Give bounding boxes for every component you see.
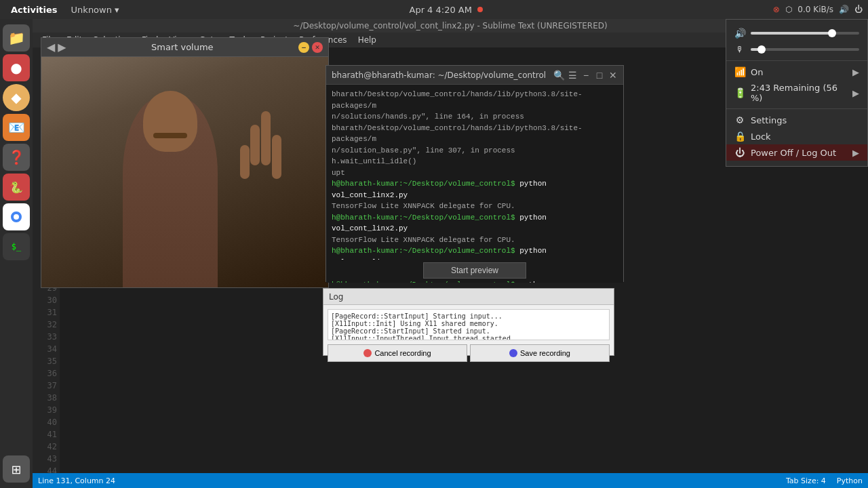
window-nav-buttons: ◀ ▶ (47, 41, 66, 54)
code-line (65, 380, 863, 392)
battery-icon: 🔋 (734, 87, 745, 98)
topbar-center: Apr 4 4:20 AM (409, 5, 482, 15)
sidebar-icon-app4[interactable]: 📧 (3, 114, 30, 141)
terminal-titlebar: bharath@bharath-kumar: ~/Desktop/volume_… (326, 66, 623, 85)
cancel-recording-button[interactable]: Cancel recording (328, 344, 467, 362)
sidebar-icon-grid[interactable]: ⊞ (3, 455, 30, 483)
svg-rect-5 (272, 135, 281, 179)
sidebar-icon-files[interactable]: 📁 (3, 24, 30, 52)
terminal-window: bharath@bharath-kumar: ~/Desktop/volume_… (326, 65, 624, 282)
menu-help[interactable]: Help (354, 34, 380, 46)
topbar-date: Apr 4 4:20 AM (409, 5, 471, 15)
cancel-icon (363, 349, 372, 357)
sidebar-icon-app3[interactable]: ◆ (3, 84, 30, 111)
battery-arrow: ▶ (852, 88, 859, 98)
on-icon: 📶 (734, 66, 745, 77)
start-preview-button[interactable]: Start preview (423, 262, 526, 279)
terminal-minimize-button[interactable]: − (581, 70, 591, 80)
svg-rect-4 (240, 145, 250, 179)
popup-settings-row[interactable]: ⚙ Settings (726, 112, 867, 128)
topbar-right: ⊗ ⬡ 0.0 KiB/s 🔊 ⏻ (773, 5, 868, 14)
smart-volume-window: ◀ ▶ Smart volume − ✕ FPS: 15 (41, 37, 329, 288)
power-icon[interactable]: ⏻ (854, 5, 863, 14)
status-line-col: Line 131, Column 24 (38, 476, 115, 485)
start-preview-bar: Start preview (326, 260, 623, 281)
volume-fill (751, 32, 832, 35)
settings-icon: ⚙ (734, 115, 745, 125)
log-line-1: [PageRecord::StartInput] Starting input.… (331, 312, 606, 320)
mic-slider[interactable] (751, 48, 859, 51)
window-controls: − ✕ (298, 42, 323, 53)
notification-dot (477, 7, 483, 12)
code-line (65, 416, 863, 428)
mic-slider-row: 🎙 (726, 41, 867, 58)
popup-divider-2 (726, 108, 867, 109)
popup-battery-row[interactable]: 🔋 2:43 Remaining (56 %) ▶ (726, 80, 867, 106)
webcam-bg (41, 57, 328, 287)
log-line-2: [X11Input::Init] Using X11 shared memory… (331, 320, 606, 327)
term-line: h@bharath-kumar:~/Desktop/volume_control… (332, 212, 618, 235)
volume-icon[interactable]: 🔊 (839, 5, 849, 14)
popup-on-row[interactable]: 📶 On ▶ (726, 64, 867, 80)
sidebar-icon-app2[interactable]: ● (3, 54, 30, 81)
save-recording-button[interactable]: Save recording (470, 344, 610, 362)
terminal-title: bharath@bharath-kumar: ~/Desktop/volume_… (332, 70, 546, 80)
sidebar-icon-help[interactable]: ❓ (3, 144, 30, 171)
lock-label: Lock (751, 131, 771, 142)
record-header: Log (323, 289, 614, 305)
terminal-maximize-button[interactable]: □ (595, 70, 604, 80)
code-line (65, 404, 863, 416)
mic-icon: 🎙 (734, 44, 745, 55)
term-line: n/solution_base.py", line 307, in proces… (332, 145, 618, 157)
code-line (65, 428, 863, 441)
popup-divider-1 (726, 60, 867, 61)
terminal-content[interactable]: bharath/Desktop/volume_control/hands/lib… (326, 85, 623, 283)
status-language: Python (837, 476, 863, 485)
on-label: On (751, 67, 763, 77)
term-line: TensorFlow Lite XNNPACK delegate for CPU… (332, 201, 618, 212)
close-button[interactable]: ✕ (312, 42, 323, 53)
term-line: h@bharath-kumar:~/Desktop/volume_control… (332, 178, 618, 201)
sidebar-icon-python[interactable]: 🐍 (3, 174, 30, 201)
terminal-close-button[interactable]: ✕ (608, 70, 618, 80)
prev-button[interactable]: ◀ (47, 41, 55, 54)
sidebar-icon-terminal[interactable]: $_ (3, 233, 30, 260)
unknown-dropdown[interactable]: Unknown ▾ (71, 5, 119, 15)
terminal-menu-button[interactable]: ☰ (568, 70, 577, 80)
status-bar: Line 131, Column 24 Tab Size: 4 Python (33, 473, 868, 488)
sidebar-icon-chrome[interactable] (3, 203, 30, 230)
code-line (65, 441, 863, 453)
volume-slider[interactable] (751, 32, 859, 35)
network-speed: 0.0 KiB/s (797, 5, 833, 14)
terminal-controls: 🔍 ☰ − □ ✕ (554, 70, 618, 80)
popup-power-row[interactable]: ⏻ Power Off / Log Out ▶ (726, 144, 867, 161)
desktop: Activities Unknown ▾ Apr 4 4:20 AM ⊗ ⬡ 0… (0, 0, 868, 488)
sidebar: 📁 ● ◆ 📧 ❓ 🐍 $_ ⊞ (0, 19, 33, 488)
topbar-left: Activities Unknown ▾ (0, 5, 119, 15)
code-line (65, 392, 863, 404)
terminal-search-button[interactable]: 🔍 (554, 70, 564, 80)
minimize-button[interactable]: − (298, 42, 309, 53)
next-button[interactable]: ▶ (58, 41, 66, 54)
code-line (65, 367, 863, 380)
error-icon: ⊗ (773, 5, 780, 14)
settings-label: Settings (751, 115, 787, 125)
status-bar-right: Tab Size: 4 Python (786, 476, 863, 485)
term-line: upt (332, 167, 618, 179)
term-line: bharath/Desktop/volume_control/hands/lib… (332, 89, 618, 111)
record-dialog: Log [PageRecord::StartInput] Starting in… (323, 288, 614, 356)
face-mustache (153, 133, 187, 138)
volume-thumb[interactable] (828, 29, 836, 37)
log-line-4: [X11Input::InputThread] Input thread sta… (331, 335, 606, 340)
activities-button[interactable]: Activities (5, 5, 63, 15)
volume-popup: 🔊 🎙 📶 On ▶ 🔋 2:43 Remaining (56 %) ▶ (726, 19, 868, 167)
power-off-icon: ⏻ (734, 147, 745, 158)
code-line (65, 453, 863, 465)
record-buttons: Cancel recording Save recording (323, 344, 614, 365)
volume-speaker-icon: 🔊 (734, 28, 745, 39)
save-icon (509, 349, 517, 357)
status-tab-size: Tab Size: 4 (786, 476, 826, 485)
popup-lock-row[interactable]: 🔒 Lock (726, 128, 867, 144)
log-line-3: [PageRecord::StartInput] Started input. (331, 327, 606, 335)
mic-thumb[interactable] (757, 45, 766, 54)
